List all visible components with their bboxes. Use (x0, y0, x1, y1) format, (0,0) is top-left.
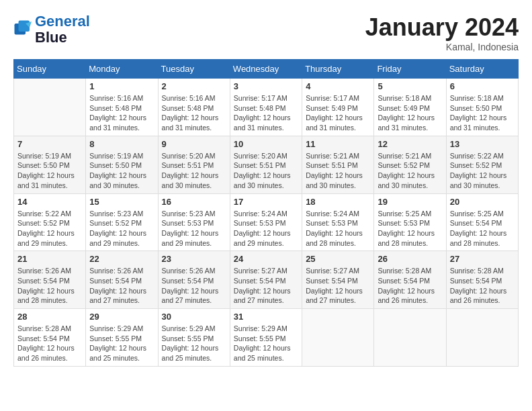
location: Kamal, Indonesia (365, 42, 519, 52)
day-info: Sunrise: 5:17 AM Sunset: 5:49 PM Dayligh… (306, 93, 370, 133)
day-number: 4 (306, 81, 370, 91)
calendar-cell: 22Sunrise: 5:26 AM Sunset: 5:54 PM Dayli… (86, 251, 158, 309)
day-info: Sunrise: 5:28 AM Sunset: 5:54 PM Dayligh… (378, 266, 442, 306)
day-info: Sunrise: 5:26 AM Sunset: 5:54 PM Dayligh… (162, 266, 226, 306)
day-info: Sunrise: 5:17 AM Sunset: 5:48 PM Dayligh… (234, 93, 298, 133)
calendar-cell: 3Sunrise: 5:17 AM Sunset: 5:48 PM Daylig… (230, 79, 302, 136)
day-number: 1 (89, 81, 154, 91)
day-number: 20 (450, 197, 515, 207)
calendar-cell (446, 309, 518, 367)
calendar-week-row: 7Sunrise: 5:19 AM Sunset: 5:50 PM Daylig… (14, 136, 519, 193)
day-info: Sunrise: 5:24 AM Sunset: 5:53 PM Dayligh… (234, 209, 298, 248)
day-info: Sunrise: 5:16 AM Sunset: 5:48 PM Dayligh… (162, 93, 226, 133)
logo-text: General Blue (35, 13, 90, 46)
day-info: Sunrise: 5:18 AM Sunset: 5:50 PM Dayligh… (450, 93, 515, 133)
day-info: Sunrise: 5:23 AM Sunset: 5:53 PM Dayligh… (162, 209, 226, 248)
day-info: Sunrise: 5:20 AM Sunset: 5:51 PM Dayligh… (162, 151, 226, 191)
calendar-cell (14, 79, 86, 136)
calendar-week-row: 21Sunrise: 5:26 AM Sunset: 5:54 PM Dayli… (14, 251, 519, 309)
day-number: 7 (17, 139, 82, 149)
calendar-cell: 16Sunrise: 5:23 AM Sunset: 5:53 PM Dayli… (158, 193, 230, 251)
day-number: 22 (89, 254, 154, 264)
day-number: 2 (162, 81, 226, 91)
page-header: General Blue January 2024 Kamal, Indones… (13, 13, 519, 52)
day-number: 5 (378, 81, 442, 91)
header-monday: Monday (86, 60, 158, 79)
calendar-week-row: 1Sunrise: 5:16 AM Sunset: 5:48 PM Daylig… (14, 79, 519, 136)
calendar-table: SundayMondayTuesdayWednesdayThursdayFrid… (13, 59, 519, 367)
day-number: 24 (234, 254, 298, 264)
day-number: 13 (450, 139, 515, 149)
calendar-cell: 19Sunrise: 5:25 AM Sunset: 5:53 PM Dayli… (374, 193, 446, 251)
day-number: 18 (306, 197, 370, 207)
header-thursday: Thursday (302, 60, 374, 79)
day-info: Sunrise: 5:29 AM Sunset: 5:55 PM Dayligh… (234, 324, 298, 363)
day-number: 11 (306, 139, 370, 149)
logo: General Blue (13, 13, 90, 46)
day-info: Sunrise: 5:21 AM Sunset: 5:52 PM Dayligh… (378, 151, 442, 191)
day-info: Sunrise: 5:23 AM Sunset: 5:52 PM Dayligh… (89, 209, 154, 248)
day-info: Sunrise: 5:26 AM Sunset: 5:54 PM Dayligh… (89, 266, 154, 306)
calendar-cell: 28Sunrise: 5:28 AM Sunset: 5:54 PM Dayli… (14, 309, 86, 367)
day-number: 17 (234, 197, 298, 207)
day-number: 27 (450, 254, 515, 264)
calendar-cell: 25Sunrise: 5:27 AM Sunset: 5:54 PM Dayli… (302, 251, 374, 309)
day-info: Sunrise: 5:29 AM Sunset: 5:55 PM Dayligh… (89, 324, 154, 363)
day-info: Sunrise: 5:18 AM Sunset: 5:49 PM Dayligh… (378, 93, 442, 133)
calendar-cell: 30Sunrise: 5:29 AM Sunset: 5:55 PM Dayli… (158, 309, 230, 367)
day-info: Sunrise: 5:22 AM Sunset: 5:52 PM Dayligh… (450, 151, 515, 191)
day-number: 19 (378, 197, 442, 207)
logo-icon (13, 19, 34, 40)
day-number: 6 (450, 81, 515, 91)
day-number: 23 (162, 254, 226, 264)
day-number: 30 (162, 312, 226, 322)
calendar-cell: 11Sunrise: 5:21 AM Sunset: 5:51 PM Dayli… (302, 136, 374, 193)
month-title: January 2024 (365, 13, 519, 42)
calendar-cell: 23Sunrise: 5:26 AM Sunset: 5:54 PM Dayli… (158, 251, 230, 309)
calendar-cell: 5Sunrise: 5:18 AM Sunset: 5:49 PM Daylig… (374, 79, 446, 136)
calendar-cell: 24Sunrise: 5:27 AM Sunset: 5:54 PM Dayli… (230, 251, 302, 309)
calendar-cell: 29Sunrise: 5:29 AM Sunset: 5:55 PM Dayli… (86, 309, 158, 367)
title-area: January 2024 Kamal, Indonesia (365, 13, 519, 52)
calendar-cell: 12Sunrise: 5:21 AM Sunset: 5:52 PM Dayli… (374, 136, 446, 193)
header-friday: Friday (374, 60, 446, 79)
day-info: Sunrise: 5:27 AM Sunset: 5:54 PM Dayligh… (234, 266, 298, 306)
day-info: Sunrise: 5:28 AM Sunset: 5:54 PM Dayligh… (450, 266, 515, 306)
day-info: Sunrise: 5:22 AM Sunset: 5:52 PM Dayligh… (17, 209, 82, 248)
day-info: Sunrise: 5:21 AM Sunset: 5:51 PM Dayligh… (306, 151, 370, 191)
day-info: Sunrise: 5:25 AM Sunset: 5:53 PM Dayligh… (378, 209, 442, 248)
calendar-cell: 8Sunrise: 5:19 AM Sunset: 5:50 PM Daylig… (86, 136, 158, 193)
day-info: Sunrise: 5:29 AM Sunset: 5:55 PM Dayligh… (162, 324, 226, 363)
calendar-cell (302, 309, 374, 367)
day-number: 9 (162, 139, 226, 149)
header-sunday: Sunday (14, 60, 86, 79)
calendar-cell: 2Sunrise: 5:16 AM Sunset: 5:48 PM Daylig… (158, 79, 230, 136)
day-info: Sunrise: 5:25 AM Sunset: 5:54 PM Dayligh… (450, 209, 515, 248)
calendar-cell: 27Sunrise: 5:28 AM Sunset: 5:54 PM Dayli… (446, 251, 518, 309)
day-number: 8 (89, 139, 154, 149)
day-number: 25 (306, 254, 370, 264)
day-number: 10 (234, 139, 298, 149)
day-info: Sunrise: 5:16 AM Sunset: 5:48 PM Dayligh… (89, 93, 154, 133)
calendar-cell: 14Sunrise: 5:22 AM Sunset: 5:52 PM Dayli… (14, 193, 86, 251)
calendar-cell: 21Sunrise: 5:26 AM Sunset: 5:54 PM Dayli… (14, 251, 86, 309)
calendar-cell: 6Sunrise: 5:18 AM Sunset: 5:50 PM Daylig… (446, 79, 518, 136)
day-info: Sunrise: 5:19 AM Sunset: 5:50 PM Dayligh… (89, 151, 154, 191)
day-info: Sunrise: 5:19 AM Sunset: 5:50 PM Dayligh… (17, 151, 82, 191)
calendar-cell: 1Sunrise: 5:16 AM Sunset: 5:48 PM Daylig… (86, 79, 158, 136)
calendar-cell: 4Sunrise: 5:17 AM Sunset: 5:49 PM Daylig… (302, 79, 374, 136)
day-number: 15 (89, 197, 154, 207)
calendar-week-row: 14Sunrise: 5:22 AM Sunset: 5:52 PM Dayli… (14, 193, 519, 251)
calendar-header-row: SundayMondayTuesdayWednesdayThursdayFrid… (14, 60, 519, 79)
calendar-cell: 13Sunrise: 5:22 AM Sunset: 5:52 PM Dayli… (446, 136, 518, 193)
day-number: 21 (17, 254, 82, 264)
calendar-cell: 9Sunrise: 5:20 AM Sunset: 5:51 PM Daylig… (158, 136, 230, 193)
day-number: 14 (17, 197, 82, 207)
header-tuesday: Tuesday (158, 60, 230, 79)
day-number: 16 (162, 197, 226, 207)
day-number: 29 (89, 312, 154, 322)
day-number: 31 (234, 312, 298, 322)
header-wednesday: Wednesday (230, 60, 302, 79)
calendar-cell: 31Sunrise: 5:29 AM Sunset: 5:55 PM Dayli… (230, 309, 302, 367)
calendar-cell (374, 309, 446, 367)
